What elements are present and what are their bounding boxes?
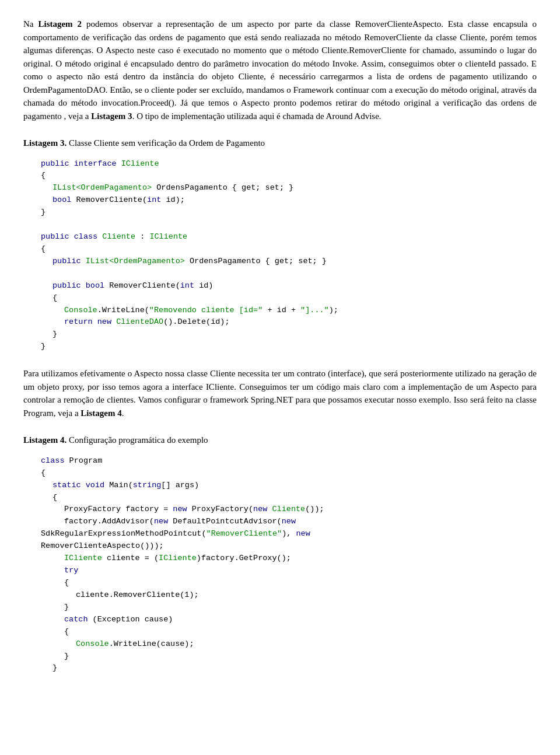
listing4-title-text: Configuração programática do exemplo	[69, 435, 208, 445]
code-line: SdkRegularExpressionMethodPointcut("Remo…	[41, 528, 537, 540]
code-line: {	[41, 292, 537, 305]
code-line: {	[41, 492, 537, 504]
code-line: catch (Exception cause)	[41, 614, 537, 626]
code-line: }	[41, 341, 537, 353]
listing3-title-text: Classe Cliente sem verificação da Ordem …	[69, 138, 265, 148]
code-line: {	[41, 577, 537, 589]
code-line: public IList<OrdemPagamento> OrdensPagam…	[41, 256, 537, 268]
code-line: {	[41, 467, 537, 480]
code-line: {	[41, 243, 537, 256]
code-line: }	[41, 602, 537, 614]
code-line: }	[41, 651, 537, 663]
code-block-listing3: public interface ICliente { IList<OrdemP…	[23, 155, 537, 357]
paragraph-1: Na Listagem 2 podemos observar a represe…	[23, 18, 537, 123]
code-line: {	[41, 170, 537, 182]
listing4-num: Listagem 4.	[23, 435, 66, 445]
code-line: factory.AddAdvisor(new DefaultPointcutAd…	[41, 516, 537, 528]
listing4-header: Listagem 4. Configuração programática do…	[23, 434, 537, 447]
code-line: Console.WriteLine(cause);	[41, 638, 537, 651]
code-line	[41, 268, 537, 280]
code-line: {	[41, 626, 537, 638]
code-line: ICliente cliente = (ICliente)factory.Get…	[41, 553, 537, 565]
code-line: }	[41, 207, 537, 219]
code-line: ProxyFactory factory = new ProxyFactory(…	[41, 504, 537, 516]
paragraph-2: Para utilizamos efetivamente o Aspecto n…	[23, 367, 537, 420]
main-content: Na Listagem 2 podemos observar a represe…	[23, 18, 537, 678]
code-line: IList<OrdemPagamento> OrdensPagamento { …	[41, 182, 537, 194]
code-line	[41, 219, 537, 231]
code-line: RemoverClienteAspecto()));	[41, 540, 537, 553]
code-line: static void Main(string[] args)	[41, 480, 537, 492]
code-line: public interface ICliente	[41, 158, 537, 170]
code-line: }	[41, 662, 537, 674]
code-line: return new ClienteDAO().Delete(id);	[41, 316, 537, 328]
code-block-listing4: class Program { static void Main(string[…	[23, 452, 537, 679]
code-line: bool RemoverCliente(int id);	[41, 194, 537, 207]
code-line: Console.WriteLine("Removendo cliente [id…	[41, 305, 537, 317]
code-line: public class Cliente : ICliente	[41, 231, 537, 243]
listing3-num: Listagem 3.	[23, 138, 66, 148]
code-line: cliente.RemoverCliente(1);	[41, 589, 537, 602]
code-line: }	[41, 328, 537, 341]
listing3-header: Listagem 3. Classe Cliente sem verificaç…	[23, 137, 537, 150]
code-line: try	[41, 565, 537, 577]
code-line: class Program	[41, 455, 537, 467]
code-line: public bool RemoverCliente(int id)	[41, 280, 537, 292]
